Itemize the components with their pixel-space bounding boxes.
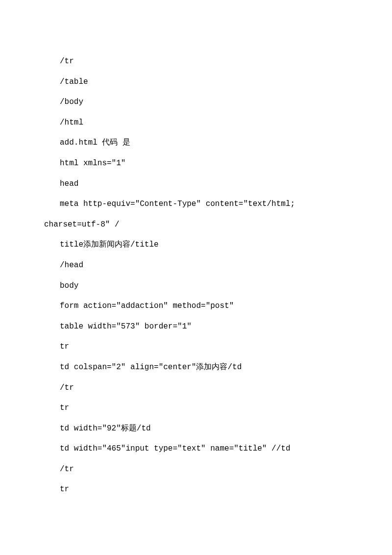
code-line: /html: [44, 113, 348, 133]
code-line: html xmlns="1": [44, 153, 348, 174]
code-line: tr: [44, 398, 348, 419]
document-body: /tr /table /body /html add.html 代码 是 htm…: [0, 0, 392, 500]
code-line: add.html 代码 是: [44, 133, 348, 153]
code-line: charset=utf-8" /: [44, 215, 348, 235]
code-line: title添加新闻内容/title: [44, 235, 348, 255]
code-line: td width="92"标题/td: [44, 419, 348, 439]
code-line: td width="465"input type="text" name="ti…: [44, 439, 348, 459]
code-line: /tr: [44, 459, 348, 480]
code-line: meta http-equiv="Content-Type" content="…: [44, 194, 348, 215]
code-line: tr: [44, 337, 348, 357]
code-line: /head: [44, 255, 348, 276]
code-line: /table: [44, 72, 348, 93]
code-line: /tr: [44, 378, 348, 399]
code-line: table width="573" border="1": [44, 317, 348, 337]
code-line: tr: [44, 479, 348, 500]
code-line: /tr: [44, 51, 348, 72]
code-line: body: [44, 276, 348, 297]
code-line: /body: [44, 92, 348, 113]
code-line: head: [44, 174, 348, 195]
code-line: form action="addaction" method="post": [44, 296, 348, 317]
code-line: td colspan="2" align="center"添加内容/td: [44, 357, 348, 378]
